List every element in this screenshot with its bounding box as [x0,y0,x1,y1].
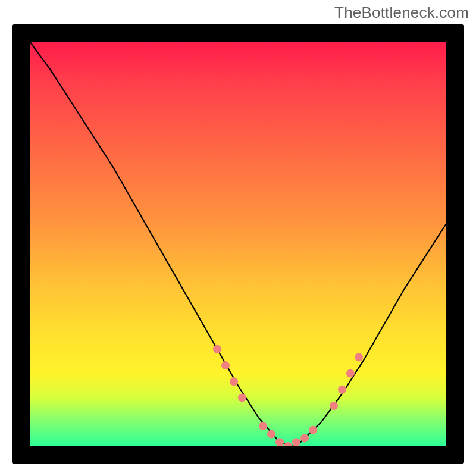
highlight-dot [213,345,221,353]
highlight-dot [346,369,355,378]
watermark-text: TheBottleneck.com [334,4,469,22]
highlight-dot [230,377,238,386]
chart-svg [30,42,446,446]
highlight-dot [292,438,300,446]
highlight-dot [338,386,346,394]
chart-frame [12,24,464,464]
highlight-dot [238,393,246,402]
highlight-dot [284,442,292,446]
plot-area [30,42,446,446]
highlight-dot [355,353,363,361]
highlight-dot [330,402,338,410]
chart-stage: TheBottleneck.com [0,0,476,476]
highlight-dot [300,434,309,442]
highlight-dot [267,430,275,439]
highlight-dot [259,422,267,430]
highlight-dot [309,426,317,434]
bottleneck-curve [30,42,446,446]
highlight-dot [275,438,284,446]
highlight-dot [221,361,230,369]
